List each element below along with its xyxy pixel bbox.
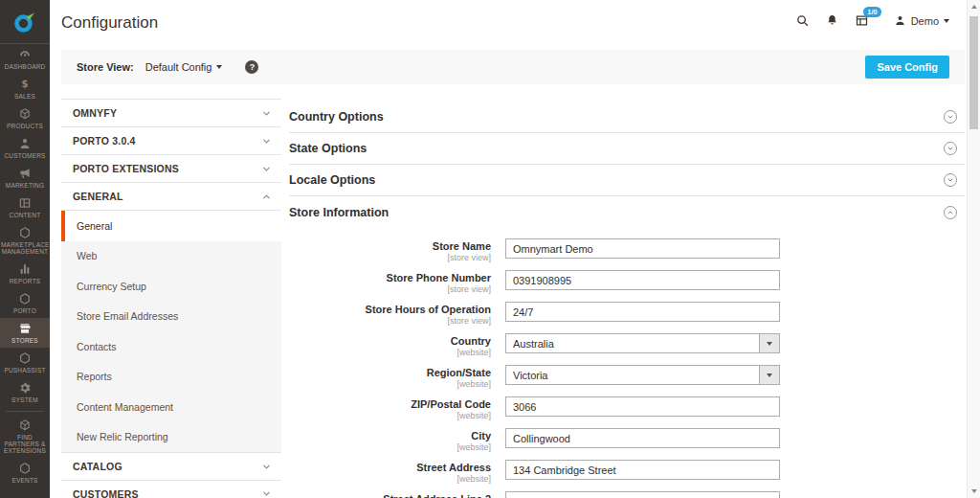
chevron-down-icon <box>261 488 272 498</box>
form-row: Region/State [website] Victoria <box>289 365 965 389</box>
field-label: Store Hours of Operation <box>289 304 491 315</box>
sidebar-item-events[interactable]: EVENTS <box>0 458 50 487</box>
system-messages-icon[interactable]: 1/0 <box>855 13 869 28</box>
chevron-down-icon <box>944 19 949 23</box>
sidebar-item-sales[interactable]: $ SALES <box>0 74 50 103</box>
scroll-down-arrow[interactable] <box>968 485 980 498</box>
person-icon <box>18 137 32 150</box>
omnyfy-logo-icon <box>12 10 37 34</box>
chevron-down-icon <box>261 462 272 472</box>
field-label: Region/State <box>289 367 491 378</box>
sidebar-item-content[interactable]: CONTENT <box>0 192 50 222</box>
form-row: Store Phone Number [store view] <box>289 270 965 294</box>
zip-postal-code-input[interactable] <box>505 396 780 417</box>
confignav-section-catalog[interactable]: CATALOG <box>61 452 281 480</box>
layout-icon <box>18 196 32 210</box>
select-caret-icon <box>759 366 779 384</box>
gear-icon <box>18 381 32 395</box>
sidebar-item-customers[interactable]: CUSTOMERS <box>0 133 50 163</box>
admin-sidebar: DASHBOARD $ SALES PRODUCTS CUSTOMERS MAR… <box>0 0 50 498</box>
street-address-2-input[interactable] <box>505 491 780 498</box>
field-scope: [website] <box>289 379 491 389</box>
page-header: Configuration 1/0 Demo <box>50 0 967 50</box>
hexagon-icon <box>18 292 32 306</box>
scrollbar-thumb[interactable] <box>969 16 978 129</box>
expand-circle-chevron-down-icon <box>944 173 957 187</box>
sidebar-item-find-partners[interactable]: FIND PARTNERS & EXTENSIONS <box>0 415 50 458</box>
form-row: City [website] <box>289 428 965 452</box>
confignav-item-contacts[interactable]: Contacts <box>61 331 281 362</box>
sidebar-item-system[interactable]: SYSTEM <box>0 377 50 407</box>
store-view-switcher[interactable]: Default Config <box>145 61 223 73</box>
confignav-item-web[interactable]: Web <box>61 241 281 272</box>
confignav-section-porto-extensions[interactable]: PORTO EXTENSIONS <box>61 154 281 182</box>
store-view-toolbar: Store View: Default Config Save Config <box>61 50 965 84</box>
save-config-button[interactable]: Save Config <box>865 56 949 79</box>
field-label: ZIP/Postal Code <box>289 398 491 410</box>
hexagon-icon <box>18 351 32 365</box>
scroll-up-arrow[interactable] <box>968 0 980 13</box>
sidebar-item-reports[interactable]: REPORTS <box>0 259 50 288</box>
country-select[interactable]: Australia <box>505 333 780 353</box>
expand-circle-chevron-down-icon <box>944 142 957 155</box>
field-scope: [store view] <box>289 316 491 326</box>
form-row: Store Name [store view] <box>289 238 965 262</box>
user-name: Demo <box>911 15 939 27</box>
confignav-item-reports[interactable]: Reports <box>61 362 281 393</box>
megaphone-icon <box>18 167 32 180</box>
confignav-section-porto[interactable]: PORTO 3.0.4 <box>61 126 281 154</box>
notifications-bell-icon[interactable] <box>825 13 839 28</box>
field-scope: [website] <box>289 474 491 484</box>
region-state-select[interactable]: Victoria <box>505 365 780 385</box>
search-icon[interactable] <box>795 13 810 28</box>
confignav-item-new-relic-reporting[interactable]: New Relic Reporting <box>61 422 281 453</box>
confignav-item-general[interactable]: General <box>61 211 281 241</box>
field-label: Street Address Line 2 <box>289 493 491 498</box>
field-label: Street Address <box>289 462 491 473</box>
sidebar-item-marketing[interactable]: MARKETING <box>0 163 50 192</box>
confignav-section-general[interactable]: GENERAL <box>61 182 281 210</box>
account-menu[interactable]: Demo <box>894 14 949 27</box>
confignav-item-store-email-addresses[interactable]: Store Email Addresses <box>61 302 281 332</box>
hexagon-icon <box>18 226 32 239</box>
section-country-options[interactable]: Country Options <box>289 102 965 133</box>
store-hours-input[interactable] <box>505 302 780 322</box>
store-name-input[interactable] <box>505 238 780 259</box>
confignav-item-content-management[interactable]: Content Management <box>61 392 281 422</box>
chevron-down-icon <box>261 164 272 174</box>
form-row: Street Address [website] <box>289 460 965 484</box>
section-locale-options[interactable]: Locale Options <box>289 165 965 196</box>
sidebar-item-stores[interactable]: STORES <box>0 318 50 348</box>
sidebar-item-products[interactable]: PRODUCTS <box>0 103 50 133</box>
storefront-icon <box>18 322 32 335</box>
omnyfy-logo[interactable] <box>0 0 50 44</box>
sidebar-divider <box>6 411 44 412</box>
help-icon[interactable] <box>245 60 258 74</box>
sidebar-item-porto[interactable]: PORTO <box>0 288 50 318</box>
section-state-options[interactable]: State Options <box>289 133 965 165</box>
bar-chart-icon <box>18 262 32 276</box>
magento-admin-page: DASHBOARD $ SALES PRODUCTS CUSTOMERS MAR… <box>0 0 980 498</box>
form-row: Country [website] Australia <box>289 333 965 357</box>
confignav-section-omnyfy[interactable]: OMNYFY <box>61 99 281 126</box>
city-input[interactable] <box>505 428 780 448</box>
store-information-form: Store Name [store view] Store Phone Numb… <box>289 238 965 498</box>
street-address-input[interactable] <box>505 460 780 480</box>
sidebar-item-pushassist[interactable]: PUSHASSIST <box>0 348 50 377</box>
field-scope: [website] <box>289 411 491 420</box>
form-row: Street Address Line 2 [website] <box>289 491 965 498</box>
vertical-scrollbar <box>967 0 980 498</box>
expand-circle-chevron-down-icon <box>944 110 957 124</box>
field-label: Store Name <box>289 240 491 252</box>
form-row: Store Hours of Operation [store view] <box>289 302 965 326</box>
chevron-down-icon <box>216 65 222 69</box>
sidebar-item-marketplace-management[interactable]: MARKETPLACE MANAGEMENT <box>0 222 50 259</box>
hexagon-icon <box>18 462 32 475</box>
gauge-icon <box>18 48 32 61</box>
section-store-information[interactable]: Store Information <box>289 196 965 228</box>
store-phone-input[interactable] <box>505 270 780 290</box>
confignav-item-currency-setup[interactable]: Currency Setup <box>61 271 281 302</box>
confignav-section-customers[interactable]: CUSTOMERS <box>61 480 281 498</box>
sidebar-item-dashboard[interactable]: DASHBOARD <box>0 44 50 74</box>
field-scope: [store view] <box>289 284 491 294</box>
